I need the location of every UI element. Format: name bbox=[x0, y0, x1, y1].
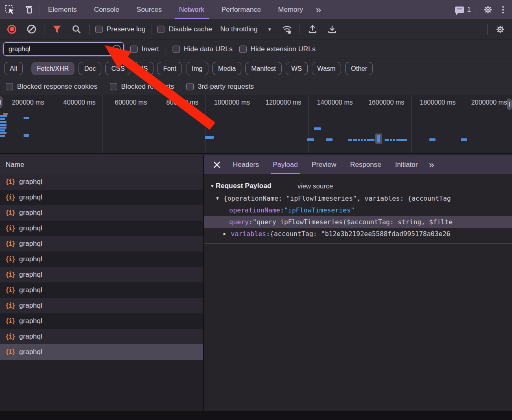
import-har-button[interactable] bbox=[306, 22, 319, 36]
timeline-right-handle[interactable] bbox=[507, 98, 512, 110]
type-chip-fetch-xhr[interactable]: Fetch/XHR bbox=[31, 62, 74, 75]
selected-request-bar[interactable] bbox=[377, 135, 380, 142]
record-network-log-button[interactable] bbox=[5, 22, 19, 36]
type-chip-font[interactable]: Font bbox=[158, 62, 182, 75]
request-bar[interactable] bbox=[307, 138, 314, 141]
request-bar[interactable] bbox=[0, 129, 5, 131]
close-details-button[interactable] bbox=[208, 155, 226, 174]
table-row[interactable]: {i}graphql bbox=[0, 298, 203, 313]
detail-tab-headers[interactable]: Headers bbox=[226, 155, 266, 174]
request-bar[interactable] bbox=[0, 135, 5, 137]
network-overview-timeline[interactable]: 200000 ms400000 ms600000 ms800000 ms1000… bbox=[0, 95, 512, 154]
timeline-left-handle[interactable] bbox=[0, 96, 2, 108]
request-bar[interactable] bbox=[461, 138, 467, 141]
table-row[interactable]: {i}graphql bbox=[0, 329, 203, 344]
request-bar[interactable] bbox=[0, 121, 7, 123]
export-har-button[interactable] bbox=[325, 22, 339, 36]
request-bar[interactable] bbox=[393, 139, 395, 141]
tab-console[interactable]: Console bbox=[85, 0, 128, 19]
issues-counter[interactable]: 1 bbox=[455, 6, 471, 14]
invert-checkbox[interactable]: Invert bbox=[130, 45, 159, 53]
type-chip-doc[interactable]: Doc bbox=[79, 62, 101, 75]
table-row[interactable]: {i}graphql bbox=[0, 190, 203, 205]
type-chip-manifest[interactable]: Manifest bbox=[245, 62, 281, 75]
request-bar[interactable] bbox=[364, 139, 366, 141]
request-bar[interactable] bbox=[3, 113, 8, 115]
request-bar[interactable] bbox=[429, 138, 435, 141]
search-button[interactable] bbox=[70, 22, 83, 36]
request-bar[interactable] bbox=[358, 139, 360, 141]
table-row[interactable]: {i}graphql bbox=[0, 205, 203, 221]
filter-toggle-button[interactable] bbox=[50, 22, 64, 36]
request-bar[interactable] bbox=[24, 134, 29, 137]
request-bar[interactable] bbox=[353, 139, 357, 141]
request-bar[interactable] bbox=[314, 127, 321, 130]
request-bar[interactable] bbox=[385, 139, 389, 141]
device-toolbar-button[interactable] bbox=[20, 0, 39, 19]
table-row[interactable]: {i}graphql bbox=[0, 174, 203, 190]
payload-row-operationname[interactable]: operationName: "ipFlowTimeseries" bbox=[204, 204, 512, 216]
more-tabs-button[interactable]: » bbox=[312, 0, 325, 19]
request-bar[interactable] bbox=[0, 115, 7, 117]
tab-sources[interactable]: Sources bbox=[128, 0, 170, 19]
blocked-requests-checkbox[interactable]: Blocked requests bbox=[110, 83, 174, 91]
payload-row-query[interactable]: query: "query ipFlowTimeseries($accountT… bbox=[204, 216, 512, 228]
request-bar[interactable] bbox=[0, 132, 7, 134]
request-payload-section[interactable]: ▼ Request Payload view source bbox=[204, 179, 512, 192]
more-options-button[interactable] bbox=[499, 6, 507, 13]
disable-cache-checkbox[interactable]: Disable cache bbox=[157, 25, 212, 33]
detail-tab-initiator[interactable]: Initiator bbox=[388, 155, 425, 174]
table-row[interactable]: {i}graphql bbox=[0, 267, 203, 282]
type-chip-media[interactable]: Media bbox=[212, 62, 242, 75]
tab-memory[interactable]: Memory bbox=[269, 0, 311, 19]
inspect-element-button[interactable] bbox=[0, 0, 20, 19]
settings-button[interactable] bbox=[483, 4, 493, 15]
table-row[interactable]: {i}graphql bbox=[0, 282, 203, 298]
type-chip-wasm[interactable]: Wasm bbox=[312, 62, 341, 75]
detail-more-tabs-button[interactable]: » bbox=[424, 155, 438, 174]
request-bar[interactable] bbox=[390, 139, 392, 141]
clear-network-log-button[interactable] bbox=[24, 22, 38, 36]
table-row[interactable]: {i}graphql bbox=[0, 344, 203, 360]
type-chip-img[interactable]: Img bbox=[186, 62, 208, 75]
request-bar[interactable] bbox=[361, 139, 363, 141]
expand-triangle-icon[interactable]: ▶ bbox=[223, 231, 229, 236]
tab-elements[interactable]: Elements bbox=[39, 0, 85, 19]
type-chip-js[interactable]: JS bbox=[134, 62, 153, 75]
type-chip-other[interactable]: Other bbox=[345, 62, 373, 75]
clear-filter-icon[interactable]: × bbox=[112, 45, 121, 53]
name-column-header[interactable]: Name bbox=[0, 155, 203, 174]
table-row[interactable]: {i}graphql bbox=[0, 236, 203, 252]
payload-row-variables[interactable]: ▶variables: {accountTag: "b12e3b2192ee55… bbox=[204, 228, 512, 240]
tab-network[interactable]: Network bbox=[171, 0, 213, 19]
view-source-link[interactable]: view source bbox=[298, 182, 333, 190]
request-bar[interactable] bbox=[24, 117, 29, 119]
request-bar[interactable] bbox=[367, 139, 374, 141]
detail-tab-payload[interactable]: Payload bbox=[266, 155, 304, 174]
hide-extension-urls-checkbox[interactable]: Hide extension URLs bbox=[239, 45, 316, 53]
tab-performance[interactable]: Performance bbox=[213, 0, 269, 19]
payload-summary-row[interactable]: ▼ {operationName: "ipFlowTimeseries", va… bbox=[204, 192, 512, 204]
detail-tab-response[interactable]: Response bbox=[343, 155, 388, 174]
preserve-log-checkbox[interactable]: Preserve log bbox=[95, 25, 145, 33]
request-bar[interactable] bbox=[348, 139, 352, 141]
request-bar[interactable] bbox=[0, 118, 5, 120]
blocked-response-cookies-checkbox[interactable]: Blocked response cookies bbox=[6, 83, 98, 91]
network-settings-button[interactable] bbox=[493, 22, 507, 36]
throttling-select[interactable]: No throttling ▼ bbox=[218, 25, 274, 33]
network-conditions-button[interactable] bbox=[280, 22, 294, 36]
request-bar[interactable] bbox=[0, 124, 7, 126]
request-bar[interactable] bbox=[396, 139, 407, 141]
request-bar[interactable] bbox=[326, 138, 333, 141]
filter-input[interactable] bbox=[3, 42, 124, 56]
type-chip-css[interactable]: CSS bbox=[105, 62, 130, 75]
table-row[interactable]: {i}graphql bbox=[0, 313, 203, 329]
3rd-party-requests-checkbox[interactable]: 3rd-party requests bbox=[186, 83, 254, 91]
request-bar[interactable] bbox=[205, 136, 214, 139]
request-bar[interactable] bbox=[0, 127, 7, 129]
type-chip-all[interactable]: All bbox=[4, 62, 23, 75]
type-chip-ws[interactable]: WS bbox=[286, 62, 308, 75]
detail-tab-preview[interactable]: Preview bbox=[305, 155, 343, 174]
table-row[interactable]: {i}graphql bbox=[0, 252, 203, 267]
hide-data-urls-checkbox[interactable]: Hide data URLs bbox=[173, 45, 233, 53]
